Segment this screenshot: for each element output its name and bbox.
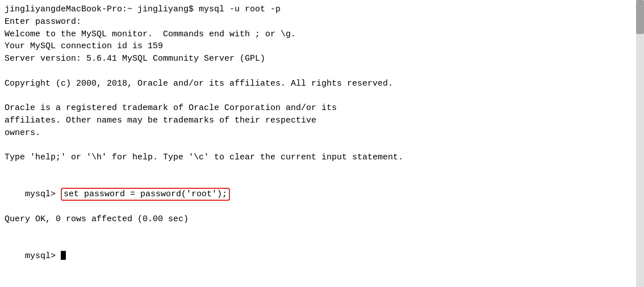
line-13: Type 'help;' or '\h' for help. Type '\c'…: [5, 151, 639, 164]
line-6: [5, 65, 639, 78]
line-3: Welcome to the MySQL monitor. Commands e…: [5, 28, 639, 41]
line-14: [5, 164, 639, 176]
line-1: jingliyangdeMacBook-Pro:~ jingliyang$ my…: [5, 3, 639, 16]
mysql-prompt-2: mysql>: [25, 251, 61, 261]
scrollbar[interactable]: [636, 0, 644, 287]
scrollbar-thumb[interactable]: [636, 0, 644, 34]
line-17: [5, 226, 639, 238]
line-5: Server version: 5.6.41 MySQL Community S…: [5, 53, 639, 65]
line-16: Query OK, 0 rows affected (0.00 sec): [5, 213, 639, 226]
line-12: [5, 139, 639, 151]
line-7: Copyright (c) 2000, 2018, Oracle and/or …: [5, 78, 639, 90]
mysql-prompt: mysql>: [25, 189, 61, 199]
line-8: [5, 90, 639, 102]
cursor: █: [61, 251, 66, 261]
line-11: owners.: [5, 127, 639, 140]
line-4: Your MySQL connection id is 159: [5, 40, 639, 53]
line-18-prompt[interactable]: mysql> █: [5, 238, 639, 275]
line-2: Enter password:: [5, 16, 639, 28]
line-9: Oracle is a registered trademark of Orac…: [5, 102, 639, 115]
line-10: affiliates. Other names may be trademark…: [5, 115, 639, 127]
highlighted-command: set password = password('root');: [61, 188, 230, 201]
line-15-command: mysql> set password = password('root');: [5, 176, 639, 213]
terminal-window: jingliyangdeMacBook-Pro:~ jingliyang$ my…: [0, 0, 644, 287]
